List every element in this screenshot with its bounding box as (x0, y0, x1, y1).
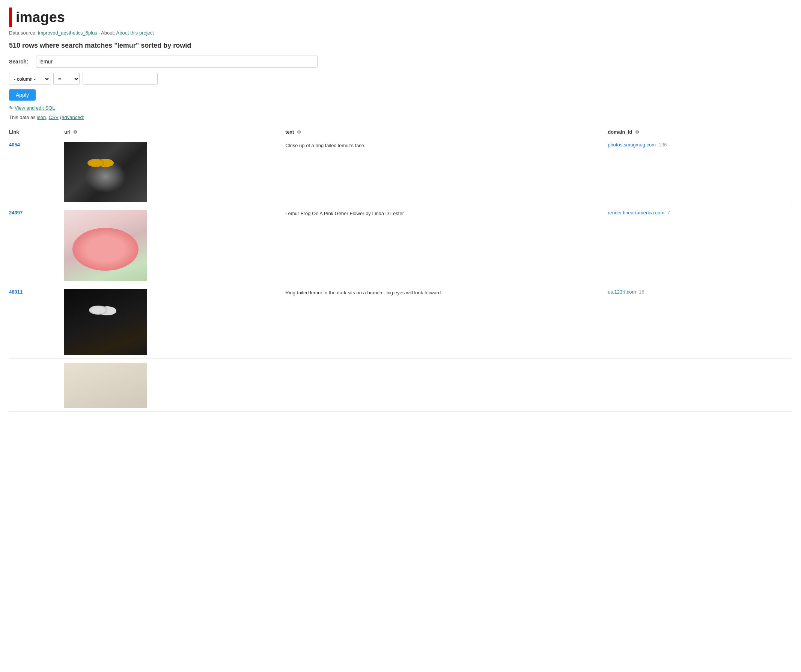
row-text-cell: Close up of a ring tailed lemur's face. (285, 138, 608, 206)
table-row (9, 359, 792, 412)
csv-link[interactable]: CSV (49, 114, 59, 120)
datasource-link[interactable]: improved_aesthetics_6plus (38, 30, 97, 35)
row-url-cell (64, 359, 285, 412)
about-link[interactable]: About this project (116, 30, 154, 35)
row-text-cell: Ring-tailed lemur in the dark sits on a … (285, 285, 608, 359)
row-domain-cell: photos.smugmug.com 136 (608, 138, 792, 206)
apply-button[interactable]: Apply (9, 89, 35, 101)
data-format-row: This data as json, CSV (advanced) (9, 114, 792, 120)
datasource-label: Data source: (9, 30, 37, 35)
search-label: Search: (9, 58, 32, 64)
search-input[interactable] (36, 56, 318, 68)
row-image (64, 142, 147, 202)
domain-link[interactable]: us.123rf.com (608, 289, 636, 295)
advanced-link[interactable]: advanced (61, 114, 82, 120)
row-image (64, 363, 147, 408)
table-header-row: Link url ⚙ text ⚙ domain_id ⚙ (9, 126, 792, 138)
row-image (64, 210, 147, 281)
row-url-cell (64, 138, 285, 206)
sql-link-row: ✎ View and edit SQL (9, 105, 792, 111)
row-id-link[interactable]: 4054 (9, 142, 20, 148)
filter-value-input[interactable] (82, 73, 158, 85)
row-domain-cell (608, 359, 792, 412)
row-domain-cell: render.fineartamerica.com 7 (608, 206, 792, 285)
row-link-cell: 24397 (9, 206, 64, 285)
page-title: images (16, 10, 65, 26)
table-row: 24397 Lemur Frog On A Pink Geber Flower … (9, 206, 792, 285)
row-id-link[interactable]: 48011 (9, 289, 23, 295)
row-domain-cell: us.123rf.com 16 (608, 285, 792, 359)
domain-link[interactable]: photos.smugmug.com (608, 142, 656, 148)
row-link-cell (9, 359, 64, 412)
table-row: 48011 Ring-tailed lemur in the dark sits… (9, 285, 792, 359)
text-col-settings-icon[interactable]: ⚙ (297, 129, 301, 135)
data-format-prefix: This data as (9, 114, 35, 120)
row-link-cell: 48011 (9, 285, 64, 359)
apply-button-row: Apply (9, 89, 792, 105)
domain-id-num: 7 (668, 210, 670, 216)
col-header-text: text ⚙ (285, 126, 608, 138)
column-filter-select[interactable]: - column - url text domain_id (9, 73, 50, 85)
domain-link[interactable]: render.fineartamerica.com (608, 210, 664, 216)
row-id-link[interactable]: 24397 (9, 210, 23, 216)
row-text-cell (285, 359, 608, 412)
json-link[interactable]: json (37, 114, 46, 120)
datasource-line: Data source: improved_aesthetics_6plus ·… (9, 30, 792, 35)
col-header-url: url ⚙ (64, 126, 285, 138)
search-row: Search: (9, 56, 792, 68)
row-url-cell (64, 285, 285, 359)
page-header: images (9, 8, 792, 27)
domain-col-settings-icon[interactable]: ⚙ (635, 129, 639, 135)
row-image (64, 289, 147, 355)
col-header-domain: domain_id ⚙ (608, 126, 792, 138)
row-description: 510 rows where search matches "lemur" so… (9, 42, 792, 50)
row-link-cell: 4054 (9, 138, 64, 206)
table-row: 4054 Close up of a ring tailed lemur's f… (9, 138, 792, 206)
filter-row: - column - url text domain_id = != > < (9, 73, 792, 85)
col-header-link: Link (9, 126, 64, 138)
url-col-settings-icon[interactable]: ⚙ (73, 129, 77, 135)
about-label: About: (101, 30, 115, 35)
brand-bar (9, 8, 12, 27)
operator-filter-select[interactable]: = != > < (53, 73, 80, 85)
results-table: Link url ⚙ text ⚙ domain_id ⚙ 4054 (9, 126, 792, 412)
domain-id-num: 136 (659, 142, 667, 148)
pencil-icon: ✎ (9, 105, 13, 111)
domain-id-num: 16 (639, 289, 644, 295)
sql-link[interactable]: View and edit SQL (14, 105, 55, 111)
row-text-cell: Lemur Frog On A Pink Geber Flower by Lin… (285, 206, 608, 285)
row-url-cell (64, 206, 285, 285)
